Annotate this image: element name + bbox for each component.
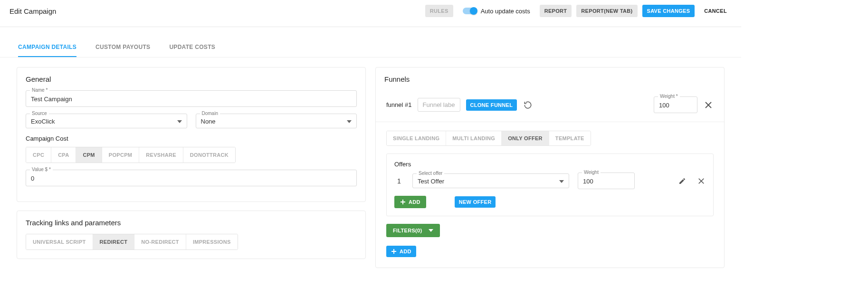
add-offer-label: Add <box>409 199 420 205</box>
offer-weight-label: Weight <box>582 170 601 175</box>
offers-box: Offers 1 Select offer Test Offer <box>386 154 714 216</box>
tab-custom-payouts[interactable]: Custom Payouts <box>95 39 150 57</box>
tab-campaign-details[interactable]: Campaign Details <box>18 39 76 57</box>
tracking-type-redirect[interactable]: Redirect <box>93 234 135 249</box>
cost-type-cpa[interactable]: CPA <box>51 147 76 163</box>
funnel-weight-input[interactable] <box>659 101 692 110</box>
source-value: ExoClick <box>31 118 177 125</box>
funnel-header: funnel #1 Clone Funnel Weight * <box>376 88 724 122</box>
funnel-label-input[interactable] <box>418 98 460 112</box>
funnel-tab-multi-landing[interactable]: Multi Landing <box>446 131 502 145</box>
edit-icon[interactable] <box>678 177 687 185</box>
source-label: Source <box>30 111 49 116</box>
tracking-type-impressions[interactable]: Impressions <box>186 234 238 249</box>
report-button[interactable]: Report <box>540 5 572 17</box>
main-tabs: Campaign Details Custom Payouts Update C… <box>0 39 741 58</box>
cost-type-revshare[interactable]: REVSHARE <box>139 147 183 163</box>
toggle-switch[interactable] <box>463 8 477 14</box>
filters-label: Filters(0) <box>393 228 422 233</box>
close-icon[interactable] <box>703 100 714 110</box>
auto-update-costs-toggle[interactable]: Auto update costs <box>463 8 530 15</box>
caret-down-icon <box>347 120 352 123</box>
reset-icon[interactable] <box>523 100 533 110</box>
tracking-panel: Tracking links and parameters Universal … <box>17 211 366 259</box>
tab-update-costs[interactable]: Update Costs <box>169 39 215 57</box>
filters-button[interactable]: Filters(0) <box>386 224 440 237</box>
add-funnel-label: Add <box>400 249 411 254</box>
chevron-down-icon <box>429 229 433 232</box>
general-title: General <box>17 67 365 88</box>
rules-button[interactable]: Rules <box>425 5 453 17</box>
offer-weight-input[interactable] <box>583 177 630 186</box>
offer-select-label: Select offer <box>417 171 444 176</box>
domain-select[interactable]: Domain None <box>196 114 357 128</box>
caret-down-icon <box>177 120 182 123</box>
cancel-button[interactable]: Cancel <box>699 5 732 17</box>
name-label: Name * <box>30 87 49 93</box>
funnel-tab-only-offer[interactable]: Only Offer <box>502 131 549 145</box>
offers-title: Offers <box>394 161 706 168</box>
funnel-tab-template[interactable]: Template <box>549 131 591 145</box>
funnel-id: funnel #1 <box>386 101 412 108</box>
header-bar: Edit Campaign Rules Auto update costs Re… <box>0 0 741 27</box>
tracking-title: Tracking links and parameters <box>17 211 365 231</box>
cost-type-donottrack[interactable]: DONOTTRACK <box>183 147 235 163</box>
campaign-cost-title: Campaign Cost <box>26 135 357 142</box>
offer-weight-field[interactable]: Weight <box>578 173 635 189</box>
offer-index: 1 <box>394 177 404 185</box>
add-funnel-button[interactable]: Add <box>386 246 416 257</box>
report-new-tab-button[interactable]: Report(New Tab) <box>576 5 637 17</box>
offer-select[interactable]: Select offer Test Offer <box>412 173 569 188</box>
general-panel: General Name * Source ExoClick <box>17 67 366 202</box>
cost-type-cpm[interactable]: CPM <box>76 147 102 163</box>
cost-type-cpc[interactable]: CPC <box>26 147 51 163</box>
close-icon[interactable] <box>697 177 706 185</box>
name-field[interactable]: Name * <box>26 90 357 107</box>
funnel-type-tabs: Single LandingMulti LandingOnly OfferTem… <box>386 131 591 146</box>
auto-update-label: Auto update costs <box>481 8 530 15</box>
new-offer-button[interactable]: New Offer <box>455 196 496 208</box>
tracking-type-no-redirect[interactable]: No-Redirect <box>134 234 186 249</box>
tracking-type-group: Universal ScriptRedirectNo-RedirectImpre… <box>26 234 238 250</box>
tracking-type-universal-script[interactable]: Universal Script <box>26 234 93 249</box>
domain-label: Domain <box>200 111 220 116</box>
funnel-tab-single-landing[interactable]: Single Landing <box>387 131 446 145</box>
name-input[interactable] <box>31 95 352 104</box>
clone-funnel-button[interactable]: Clone Funnel <box>466 99 517 111</box>
page-title: Edit Campaign <box>10 7 56 15</box>
cost-value-label: Value $ * <box>30 167 53 172</box>
cost-type-popcpm[interactable]: POPCPM <box>102 147 139 163</box>
caret-down-icon <box>559 180 564 183</box>
offer-row: 1 Select offer Test Offer Weight <box>394 173 706 189</box>
header-actions: Rules Auto update costs Report Report(Ne… <box>425 5 732 17</box>
add-offer-button[interactable]: Add <box>394 196 426 208</box>
source-select[interactable]: Source ExoClick <box>26 114 187 128</box>
save-changes-button[interactable]: Save Changes <box>642 5 695 17</box>
cost-value-field[interactable]: Value $ * <box>26 170 357 186</box>
funnels-title: Funnels <box>376 67 724 88</box>
cost-value-input[interactable] <box>31 174 352 183</box>
funnel-weight-label: Weight * <box>658 94 680 99</box>
funnels-panel: Funnels funnel #1 Clone Funnel Weight * <box>375 67 725 268</box>
domain-value: None <box>201 118 347 125</box>
offer-select-value: Test Offer <box>418 178 559 185</box>
cost-type-group: CPCCPACPMPOPCPMREVSHAREDONOTTRACK <box>26 147 236 163</box>
funnel-weight-field[interactable]: Weight * <box>654 96 697 113</box>
